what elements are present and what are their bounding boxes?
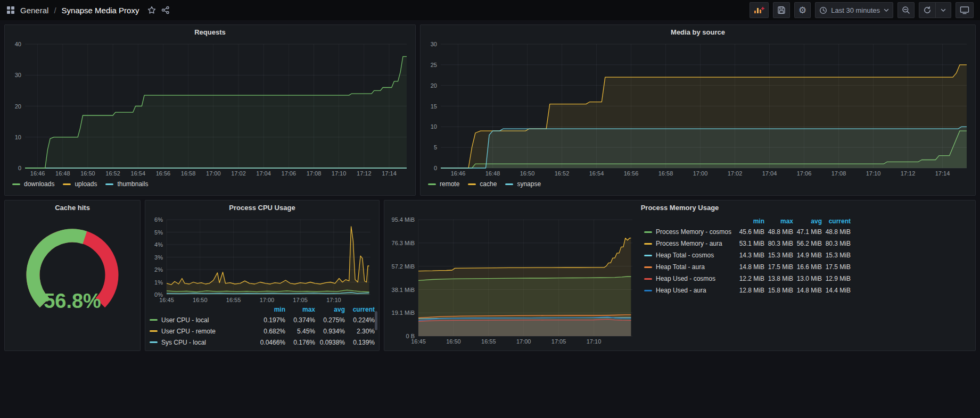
svg-text:16:52: 16:52 xyxy=(105,170,120,177)
share-icon[interactable] xyxy=(161,6,170,14)
legend-label: thumbnails xyxy=(117,180,148,188)
breadcrumb-separator: / xyxy=(54,6,56,15)
col-avg[interactable]: avg xyxy=(315,306,345,313)
legend-swatch xyxy=(150,319,158,321)
svg-text:16:50: 16:50 xyxy=(446,338,461,345)
svg-text:25: 25 xyxy=(431,62,437,68)
panel-requests: Requests 16:4616:4816:5016:5216:5416:561… xyxy=(4,24,416,196)
memory-legend-row[interactable]: Heap Used - cosmos 12.2 MiB 13.8 MiB 13.… xyxy=(640,273,855,285)
gear-icon: ⚙ xyxy=(798,6,806,15)
svg-text:15: 15 xyxy=(431,103,437,110)
cache-hits-gauge: 56.8% xyxy=(13,222,132,333)
legend-item[interactable]: uploads xyxy=(63,180,97,188)
legend-item[interactable]: thumbnails xyxy=(105,180,148,188)
legend-label: uploads xyxy=(75,180,97,188)
svg-text:17:12: 17:12 xyxy=(901,170,916,177)
cpu-legend-table: min max avg current User CPU - local 0.1… xyxy=(145,305,379,348)
legend-item[interactable]: remote xyxy=(428,180,459,188)
col-avg[interactable]: avg xyxy=(793,218,822,225)
col-current[interactable]: current xyxy=(345,306,375,313)
process-cpu-chart[interactable]: 16:4516:5016:5517:0017:0517:100%1%2%3%4%… xyxy=(150,214,376,305)
requests-chart[interactable]: 16:4616:4816:5016:5216:5416:5616:5817:00… xyxy=(9,39,412,178)
svg-text:2%: 2% xyxy=(154,266,163,273)
svg-text:6%: 6% xyxy=(154,216,163,223)
panel-media-by-source: Media by source 16:4616:4816:5016:5216:5… xyxy=(420,24,976,196)
refresh-button[interactable] xyxy=(919,2,935,18)
cpu-legend-row[interactable]: User CPU - remote 0.682% 5.45% 0.934% 2.… xyxy=(145,325,379,337)
cpu-legend-header: min max avg current xyxy=(145,305,379,314)
panel-process-cpu: Process CPU Usage 16:4516:5016:5517:0017… xyxy=(145,200,380,351)
svg-text:16:50: 16:50 xyxy=(193,297,208,303)
memory-legend-rows: Process Memory - cosmos 45.6 MiB 48.8 Mi… xyxy=(640,226,855,296)
process-memory-chart[interactable]: 16:4516:5016:5517:0017:0517:100 B19.1 Mi… xyxy=(389,214,638,346)
svg-text:17:10: 17:10 xyxy=(866,170,881,177)
svg-text:17:02: 17:02 xyxy=(728,170,743,177)
memory-legend-table: min max avg current Process Memory - cos… xyxy=(640,216,855,296)
dashboard-settings-button[interactable]: ⚙ xyxy=(794,2,811,18)
svg-text:5%: 5% xyxy=(154,229,163,236)
grafana-dashboard: General / Synapse Media Proxy xyxy=(0,0,980,418)
series-min: 14.3 MiB xyxy=(736,252,764,259)
series-avg: 0.0938% xyxy=(315,339,345,346)
apps-grid-icon[interactable] xyxy=(6,6,15,14)
zoom-out-time-button[interactable] xyxy=(897,2,915,18)
legend-swatch xyxy=(150,341,158,343)
panel-requests-title[interactable]: Requests xyxy=(5,25,415,39)
memory-legend-row[interactable]: Heap Used - aura 12.8 MiB 15.8 MiB 14.8 … xyxy=(640,285,855,296)
svg-text:5: 5 xyxy=(434,144,437,151)
svg-text:0 B: 0 B xyxy=(406,333,415,339)
col-max[interactable]: max xyxy=(764,218,793,225)
breadcrumb-folder[interactable]: General xyxy=(20,6,48,15)
save-dashboard-button[interactable] xyxy=(773,2,790,18)
refresh-interval-dropdown[interactable] xyxy=(935,2,951,18)
svg-text:17:08: 17:08 xyxy=(831,170,846,177)
svg-text:17:14: 17:14 xyxy=(935,170,950,177)
legend-item[interactable]: cache xyxy=(468,180,497,188)
legend-label: remote xyxy=(440,180,459,188)
svg-text:16:50: 16:50 xyxy=(520,170,535,177)
legend-swatch xyxy=(644,290,652,291)
memory-legend-header: min max avg current xyxy=(640,216,855,226)
col-max[interactable]: max xyxy=(285,306,315,313)
panel-media-title[interactable]: Media by source xyxy=(421,25,975,39)
legend-item[interactable]: synapse xyxy=(505,180,541,188)
series-label: User CPU - local xyxy=(161,316,209,324)
legend-scrollbar-thumb[interactable] xyxy=(375,311,377,330)
star-icon[interactable] xyxy=(147,6,156,14)
memory-legend-row[interactable]: Process Memory - aura 53.1 MiB 80.3 MiB … xyxy=(640,238,855,249)
col-current[interactable]: current xyxy=(822,218,851,225)
svg-text:38.1 MiB: 38.1 MiB xyxy=(392,287,415,293)
col-min[interactable]: min xyxy=(736,218,764,225)
memory-legend-row[interactable]: Process Memory - cosmos 45.6 MiB 48.8 Mi… xyxy=(640,226,855,238)
series-max: 80.3 MiB xyxy=(764,240,793,247)
cpu-legend-row[interactable]: Sys CPU - local 0.0466% 0.176% 0.0938% 0… xyxy=(145,337,379,348)
svg-text:17:00: 17:00 xyxy=(516,338,531,345)
cache-hits-gauge-wrap: 56.8% xyxy=(5,222,140,333)
memory-legend-row[interactable]: Heap Total - cosmos 14.3 MiB 15.3 MiB 14… xyxy=(640,249,855,261)
memory-legend-row[interactable]: Heap Total - aura 14.8 MiB 17.5 MiB 16.6… xyxy=(640,261,855,273)
panel-cache-hits-title[interactable]: Cache hits xyxy=(5,200,140,214)
series-min: 0.197% xyxy=(256,316,285,324)
time-range-picker[interactable]: Last 30 minutes xyxy=(815,2,893,18)
svg-text:16:56: 16:56 xyxy=(156,170,171,177)
legend-swatch xyxy=(644,243,652,245)
svg-text:16:48: 16:48 xyxy=(55,170,70,177)
add-panel-button[interactable] xyxy=(750,2,769,18)
panel-cache-hits: Cache hits 56.8% xyxy=(4,200,141,351)
series-current: 12.9 MiB xyxy=(822,275,851,282)
svg-text:4%: 4% xyxy=(154,241,163,248)
dashboard-title[interactable]: Synapse Media Proxy xyxy=(62,6,139,15)
panel-memory-title[interactable]: Process Memory Usage xyxy=(384,200,975,214)
legend-item[interactable]: downloads xyxy=(12,180,54,188)
cpu-legend-row[interactable]: User CPU - local 0.197% 0.374% 0.275% 0.… xyxy=(145,314,379,325)
media-by-source-chart[interactable]: 16:4616:4816:5016:5216:5416:5616:5817:00… xyxy=(425,39,972,178)
series-avg: 13.0 MiB xyxy=(793,275,822,282)
series-max: 15.3 MiB xyxy=(764,252,793,259)
col-min[interactable]: min xyxy=(256,306,285,313)
series-label: Heap Used - aura xyxy=(656,287,706,294)
series-min: 14.8 MiB xyxy=(736,263,764,271)
svg-text:17:14: 17:14 xyxy=(382,170,397,177)
panel-cpu-title[interactable]: Process CPU Usage xyxy=(145,200,379,214)
svg-text:17:02: 17:02 xyxy=(231,170,246,177)
cycle-view-mode-button[interactable] xyxy=(956,2,974,18)
